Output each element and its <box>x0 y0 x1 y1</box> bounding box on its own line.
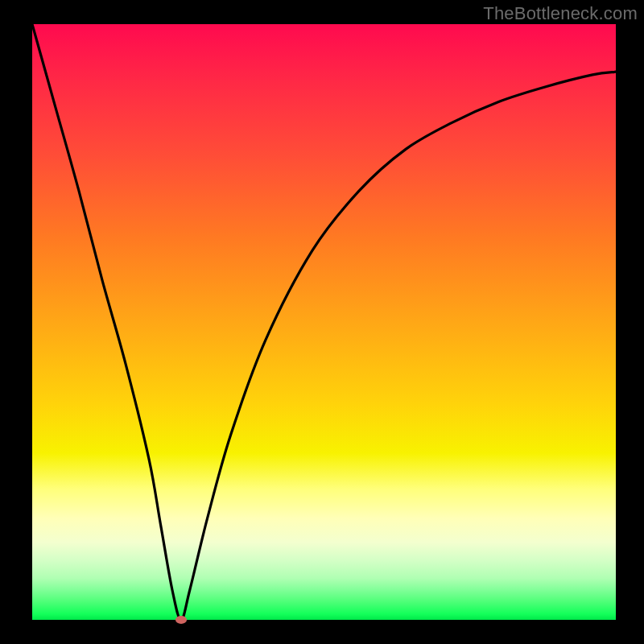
chart-container: TheBottleneck.com <box>0 0 644 644</box>
optimal-point-marker <box>175 616 187 624</box>
plot-area <box>32 24 616 620</box>
curve-svg <box>32 24 616 620</box>
watermark-text: TheBottleneck.com <box>483 3 638 24</box>
bottleneck-curve <box>32 24 616 620</box>
